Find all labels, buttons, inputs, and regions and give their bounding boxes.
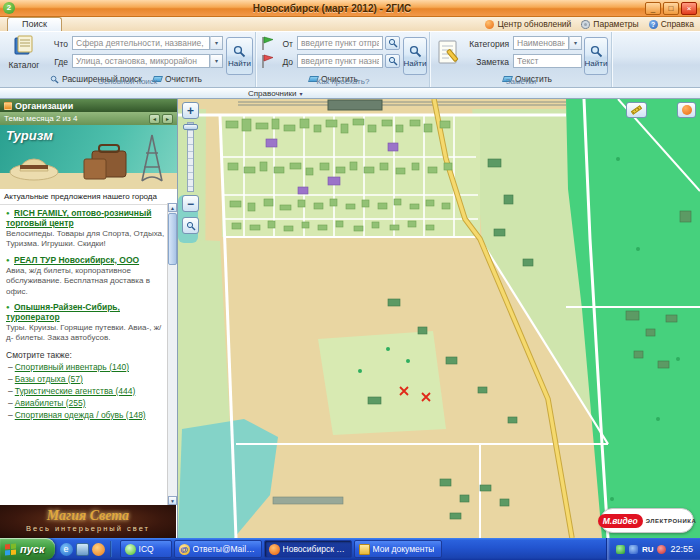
where-dropdown-button[interactable]: ▾	[210, 54, 223, 68]
where-label: Где	[46, 57, 68, 67]
options-button[interactable]: Параметры	[581, 19, 638, 29]
main-find-label: Найти	[228, 59, 251, 68]
org-title-link[interactable]: ● Опышня-Райзен-Сибирь, туроператор	[6, 302, 165, 322]
themes-next-button[interactable]: ►	[162, 114, 173, 124]
maximize-button[interactable]: □	[663, 2, 679, 15]
what-input[interactable]	[72, 36, 210, 50]
directories-button[interactable]: Справочники ▾	[248, 88, 302, 99]
see-also-text: Спортивный инвентарь (140)	[15, 362, 129, 372]
zoom-slider-track[interactable]	[187, 122, 194, 192]
scroll-up-button[interactable]: ▲	[168, 203, 177, 212]
bottom-ad-banner[interactable]: Магия Света Весь интерьерный свет	[0, 505, 176, 538]
ribbon-group-main-search: Каталог Что ▾ Где ▾ Расширенный поиск Оч…	[0, 32, 256, 87]
note-category-dropdown-button[interactable]: ▾	[569, 36, 582, 50]
options-label: Параметры	[593, 19, 638, 29]
panel-header-label: Организации	[15, 101, 73, 111]
city-map[interactable]	[178, 99, 700, 538]
route-from-search-button[interactable]	[385, 36, 400, 50]
scrollbar-thumb[interactable]	[168, 213, 177, 265]
content-area: Организации Темы месяца 2 из 4 ◄ ►	[0, 99, 700, 538]
see-also-link[interactable]: –Базы отдыха (57)	[0, 373, 177, 385]
tray-alert-icon[interactable]	[657, 545, 666, 554]
magnifier-icon	[186, 221, 196, 231]
browser-icon[interactable]: e	[60, 543, 73, 556]
where-input[interactable]	[72, 54, 210, 68]
window-title: Новосибирск (март 2012) - 2ГИС	[19, 3, 645, 14]
main-find-button[interactable]: Найти	[226, 37, 253, 75]
see-also-label: Смотрите также:	[0, 346, 177, 361]
search-icon	[233, 45, 246, 58]
taskbar-task-mail[interactable]: @ Ответы@Mail.Ru: П...	[174, 540, 262, 558]
route-to-search-button[interactable]	[385, 54, 400, 68]
route-from-input[interactable]	[297, 36, 383, 50]
note-text-input[interactable]	[513, 54, 582, 68]
minimize-button[interactable]: _	[645, 2, 661, 15]
catalog-button[interactable]: Каталог	[3, 34, 45, 70]
measure-button[interactable]	[626, 102, 647, 118]
see-also-link[interactable]: –Спортивная одежда / обувь (148)	[0, 409, 177, 421]
group-caption-main-search: Основной поиск	[0, 77, 255, 86]
toolbar-divider	[110, 541, 112, 557]
secondary-toolbar: Справочники ▾	[0, 88, 700, 99]
zoom-slider-thumb[interactable]	[183, 124, 198, 130]
update-center-button[interactable]: Центр обновлений	[485, 19, 571, 29]
org-title-link[interactable]: ● RICH FAMILY, оптово-розничный торговый…	[6, 208, 165, 228]
see-also-link[interactable]: –Туристические агентства (444)	[0, 385, 177, 397]
panel-header[interactable]: Организации	[0, 99, 177, 112]
taskbar: пуск e ICQ @ Ответы@Mail.Ru: П... Новоси…	[0, 538, 700, 560]
zoom-in-button[interactable]: +	[182, 102, 199, 119]
tab-search[interactable]: Поиск	[7, 17, 62, 31]
taskbar-task-icq[interactable]: ICQ	[120, 540, 172, 558]
show-desktop-icon[interactable]	[76, 543, 89, 556]
dash-icon: –	[8, 410, 13, 420]
icq-icon	[125, 544, 136, 555]
banner-caption: Актуальные предложения нашего города	[0, 189, 177, 205]
notes-icon	[436, 39, 462, 65]
zoom-select-button[interactable]	[182, 217, 199, 234]
what-dropdown-button[interactable]: ▾	[210, 36, 223, 50]
windows-logo-icon	[5, 543, 16, 555]
map-info-button[interactable]	[677, 102, 696, 118]
help-button[interactable]: ? Справка	[649, 19, 694, 29]
map-ad-brand: М.видео	[598, 514, 643, 528]
close-button[interactable]: ×	[681, 2, 697, 15]
ribbon: Каталог Что ▾ Где ▾ Расширенный поиск Оч…	[0, 31, 700, 88]
tray-shield-icon[interactable]	[616, 545, 625, 554]
map-view: + − М.видео ЭЛЕКТРОНИКА	[178, 99, 700, 538]
themes-prev-button[interactable]: ◄	[149, 114, 160, 124]
help-label: Справка	[661, 19, 694, 29]
note-category-input[interactable]	[513, 36, 569, 50]
org-listing: ● РЕАЛ ТУР Новосибирск, ООО Авиа, ж/д би…	[0, 252, 177, 299]
start-button[interactable]: пуск	[0, 538, 55, 560]
tab-row: Поиск Центр обновлений Параметры ? Справ…	[0, 17, 700, 31]
org-listing: ● RICH FAMILY, оптово-розничный торговый…	[0, 205, 177, 252]
title-bar: 2 Новосибирск (март 2012) - 2ГИС _ □ ×	[0, 0, 700, 17]
see-also-link[interactable]: –Авиабилеты (255)	[0, 397, 177, 409]
tray-network-icon[interactable]	[629, 545, 638, 554]
scroll-down-button[interactable]: ▼	[168, 496, 177, 505]
theme-banner[interactable]: Туризм	[0, 125, 177, 189]
zoom-out-button[interactable]: −	[182, 195, 199, 212]
org-title-link[interactable]: ● РЕАЛ ТУР Новосибирск, ООО	[6, 255, 165, 265]
ruler-icon	[631, 105, 642, 115]
chevron-down-icon: ▾	[299, 90, 302, 97]
notes-find-button[interactable]: Найти	[584, 37, 608, 75]
sidebar-scrollbar[interactable]: ▲ ▼	[167, 203, 177, 505]
taskbar-task-documents[interactable]: Мои документы	[354, 540, 442, 558]
map-ad-logo[interactable]: М.видео ЭЛЕКТРОНИКА	[600, 508, 694, 533]
see-also-text: Туристические агентства (444)	[15, 386, 136, 396]
route-find-button[interactable]: Найти	[403, 37, 427, 75]
see-also-text: Базы отдыха (57)	[15, 374, 83, 384]
taskbar-task-2gis[interactable]: Новосибирск (март...	[264, 540, 352, 558]
start-label: пуск	[20, 543, 45, 555]
search-icon	[388, 56, 398, 66]
language-indicator[interactable]: RU	[642, 545, 654, 554]
clock: 22:55	[670, 544, 693, 554]
media-player-icon[interactable]	[92, 543, 105, 556]
see-also-link[interactable]: –Спортивный инвентарь (140)	[0, 361, 177, 373]
task-label: Ответы@Mail.Ru: П...	[193, 544, 257, 554]
what-label: Что	[46, 39, 68, 49]
notes-find-label: Найти	[585, 59, 608, 68]
gear-icon	[581, 20, 590, 29]
route-to-input[interactable]	[297, 54, 383, 68]
